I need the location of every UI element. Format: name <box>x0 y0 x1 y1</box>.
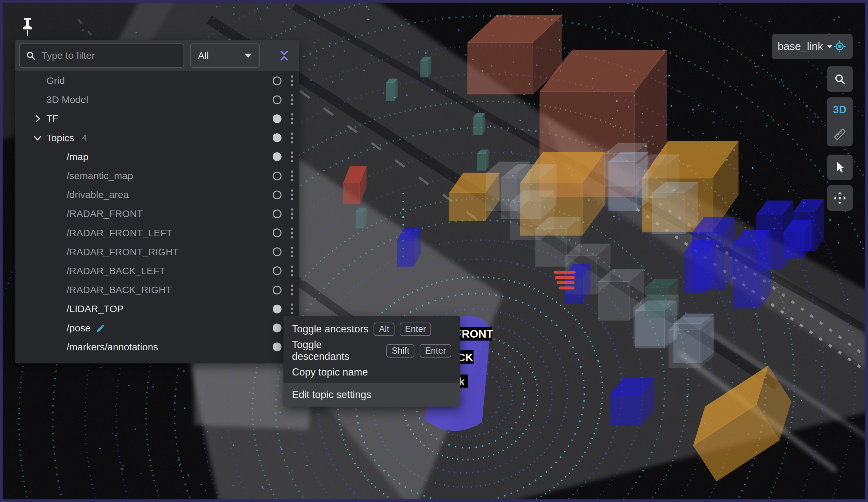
move-icon <box>833 191 847 205</box>
tree-row-label: /RADAR_FRONT_LEFT <box>66 228 172 239</box>
tree-row-topics[interactable]: Topics4 <box>16 129 299 148</box>
caret-down-icon <box>827 45 833 48</box>
bounding-box <box>474 113 485 135</box>
tree-row-pose[interactable]: /pose <box>16 318 299 337</box>
row-menu-icon[interactable] <box>291 265 293 276</box>
tree-row-label: /map <box>66 151 89 162</box>
crosshair-icon[interactable] <box>833 39 847 53</box>
kbd-enter: Enter <box>420 344 451 358</box>
visibility-toggle[interactable] <box>273 114 281 123</box>
filter-input-box[interactable] <box>19 43 184 68</box>
caret-down-icon <box>245 53 252 58</box>
view-3d-button[interactable]: 3D <box>827 97 852 122</box>
row-menu-icon[interactable] <box>291 304 293 314</box>
row-menu-icon[interactable] <box>291 132 293 143</box>
visibility-toggle[interactable] <box>273 133 281 142</box>
visibility-toggle[interactable] <box>273 172 281 180</box>
tree-row-markers-annotations[interactable]: /markers/annotations <box>16 338 299 357</box>
menu-item-toggle-descendants[interactable]: Toggle descendantsShiftEnter <box>283 340 460 361</box>
tree-row-radar-front[interactable]: /RADAR_FRONT <box>16 204 299 223</box>
row-menu-icon[interactable] <box>291 76 293 86</box>
tree-row-radar-front-right[interactable]: /RADAR_FRONT_RIGHT <box>16 242 299 261</box>
tree-row-lidar-top[interactable]: /LIDAR_TOP <box>16 299 299 318</box>
cursor-icon <box>833 160 847 174</box>
filter-input[interactable] <box>41 50 178 61</box>
tree-row-grid[interactable]: Grid <box>16 71 299 90</box>
row-menu-icon[interactable] <box>291 228 293 238</box>
row-menu-icon[interactable] <box>291 209 293 219</box>
row-menu-icon[interactable] <box>291 94 293 105</box>
visibility-toggle[interactable] <box>273 248 281 256</box>
tree-row-drivable-area[interactable]: /drivable_area <box>16 185 299 204</box>
topic-panel: All Grid3D ModelTFTopics4/map/semantic_m… <box>16 40 299 363</box>
bounding-box <box>652 182 698 234</box>
tree-row-label: 3D Model <box>46 94 88 105</box>
visibility-toggle[interactable] <box>273 77 281 85</box>
tree-row-radar-back-right[interactable]: /RADAR_BACK_RIGHT <box>16 280 299 299</box>
menu-item-edit-topic-settings[interactable]: Edit topic settings <box>283 383 460 406</box>
bounding-box <box>609 152 648 211</box>
row-menu-icon[interactable] <box>291 285 293 295</box>
tree-row-radar-back-left[interactable]: /RADAR_BACK_LEFT <box>16 261 299 280</box>
tree-row-semantic-map[interactable]: /semantic_map <box>16 166 299 185</box>
pan-tool-button[interactable] <box>827 185 852 211</box>
tree-row-label: Topics <box>46 132 74 143</box>
bounding-box <box>673 314 714 363</box>
frame-selector-value: base_link <box>777 40 823 53</box>
tree-row-label: /markers/annotations <box>66 342 158 353</box>
pointer-tool-button[interactable] <box>827 154 852 180</box>
frame-selector[interactable]: base_link <box>772 34 852 59</box>
pin-icon[interactable] <box>21 17 34 37</box>
chevron-right-icon[interactable] <box>32 113 43 124</box>
menu-item-label: Copy topic name <box>292 367 368 378</box>
visibility-toggle[interactable] <box>273 304 281 313</box>
visibility-toggle[interactable] <box>273 152 281 161</box>
chevron-down-icon[interactable] <box>32 133 43 143</box>
row-menu-icon[interactable] <box>291 247 293 257</box>
menu-item-label: Edit topic settings <box>292 389 371 401</box>
menu-item-toggle-ancestors[interactable]: Toggle ancestorsAltEnter <box>283 318 460 340</box>
row-menu-icon[interactable] <box>291 171 293 181</box>
view-3d-label: 3D <box>833 104 847 116</box>
visibility-toggle[interactable] <box>273 267 281 275</box>
tree-row-label: /pose <box>66 323 91 334</box>
tree-row-map[interactable]: /map <box>16 148 299 166</box>
bounding-box <box>421 57 431 77</box>
edit-icon[interactable] <box>96 323 105 333</box>
search-icon <box>25 50 36 61</box>
ruler-icon <box>833 127 847 142</box>
tree-row-tf[interactable]: TF <box>16 109 299 128</box>
visibility-toggle[interactable] <box>273 229 281 237</box>
menu-item-label: Toggle ancestors <box>292 323 368 335</box>
kbd-alt: Alt <box>374 323 394 336</box>
visibility-filter-value: All <box>198 50 209 61</box>
zoom-search-button[interactable] <box>827 66 852 92</box>
kbd-shift: Shift <box>386 344 414 358</box>
tree-row-label: /drivable_area <box>66 189 129 200</box>
row-menu-icon[interactable] <box>291 190 293 200</box>
bounding-box <box>477 150 488 171</box>
visibility-toggle[interactable] <box>273 342 281 351</box>
context-menu: Toggle ancestorsAltEnterToggle descendan… <box>283 316 460 406</box>
tree-row-label: /RADAR_FRONT <box>66 208 143 219</box>
magnifier-icon <box>833 72 847 86</box>
visibility-toggle[interactable] <box>273 210 281 218</box>
menu-item-label: Toggle descendants <box>292 339 381 362</box>
view-mode-group: 3D <box>827 97 852 147</box>
topic-tree: Grid3D ModelTFTopics4/map/semantic_map/d… <box>16 71 299 357</box>
tf-frame-label: FRONT <box>455 328 493 340</box>
collapse-all-icon[interactable] <box>277 48 292 63</box>
visibility-toggle[interactable] <box>273 285 281 294</box>
visibility-toggle[interactable] <box>273 191 281 199</box>
tree-row-label: /semantic_map <box>66 170 133 181</box>
row-menu-icon[interactable] <box>291 151 293 162</box>
measure-button[interactable] <box>827 122 852 147</box>
visibility-toggle[interactable] <box>273 323 281 332</box>
menu-item-copy-topic-name[interactable]: Copy topic name <box>283 361 460 383</box>
row-menu-icon[interactable] <box>291 113 293 124</box>
tree-row-3d-model[interactable]: 3D Model <box>16 90 299 109</box>
tree-row-label: Grid <box>46 75 65 86</box>
visibility-toggle[interactable] <box>273 96 281 104</box>
visibility-filter-dropdown[interactable]: All <box>190 43 260 68</box>
tree-row-radar-front-left[interactable]: /RADAR_FRONT_LEFT <box>16 223 299 242</box>
